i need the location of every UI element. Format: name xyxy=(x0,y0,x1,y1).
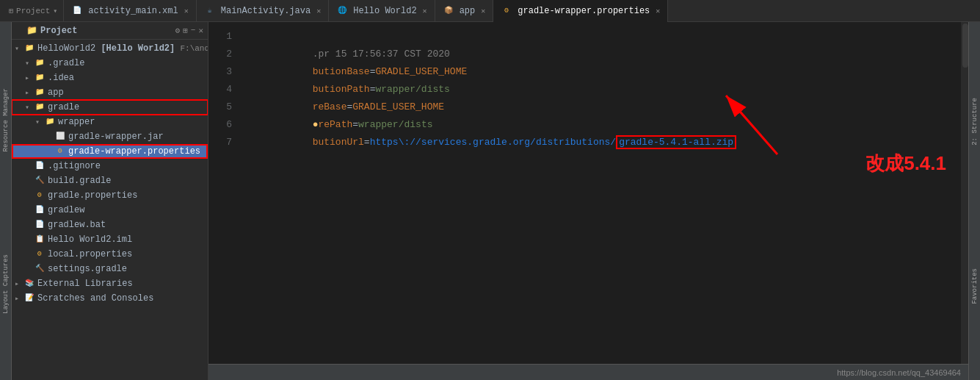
folder-icon-header: 📁 xyxy=(26,25,37,36)
arrow-app xyxy=(25,88,34,97)
folder-icon-wrapper: 📁 xyxy=(44,117,56,127)
properties-icon: ⚙ xyxy=(501,6,512,16)
tree-item-gradlew[interactable]: 📄 gradlew xyxy=(12,203,208,218)
xml-icon: 📄 xyxy=(71,6,83,16)
label-app: app xyxy=(48,87,64,98)
props-icon-local: ⚙ xyxy=(34,249,46,259)
tree-item-wrapper[interactable]: 📁 wrapper xyxy=(12,115,208,129)
panel-header-icons: ⚙ ⊞ − ✕ xyxy=(175,26,203,35)
folder-icon-helloworld2: 📁 xyxy=(23,43,35,54)
tree-item-build-gradle[interactable]: 🔨 build.gradle xyxy=(12,173,208,188)
code-line-1: .pr 15 17:56:37 CST 2020 xyxy=(244,28,955,46)
line-num-2: 2 xyxy=(208,46,232,63)
label-external-libs: External Libraries xyxy=(37,279,133,289)
tree-item-app[interactable]: 📁 app xyxy=(12,85,208,100)
tree-item-settings-gradle[interactable]: 🔨 settings.gradle xyxy=(12,262,208,276)
minimize-icon[interactable]: − xyxy=(191,26,196,35)
label-idea: .idea xyxy=(48,73,74,83)
line-num-4: 4 xyxy=(208,81,232,98)
tab-close-icon4[interactable]: ✕ xyxy=(481,7,485,15)
label-build-gradle: build.gradle xyxy=(48,176,111,186)
project-panel: 📁 Project ⚙ ⊞ − ✕ 📁 HelloWorld2 [Hello W… xyxy=(12,22,208,380)
tree-item-gradle-jar[interactable]: ⬜ gradle-wrapper.jar xyxy=(12,129,208,144)
label-dotgradle: .gradle xyxy=(48,58,84,68)
favorites-label[interactable]: Favorites xyxy=(971,268,979,304)
line3-key: butionPath xyxy=(313,84,370,95)
tab-app[interactable]: 📦 app ✕ xyxy=(435,0,494,22)
tree-item-helloworld-iml[interactable]: 📋 Hello World2.iml xyxy=(12,232,208,247)
tab-close-icon5[interactable]: ✕ xyxy=(656,7,660,15)
tab-close-icon3[interactable]: ✕ xyxy=(423,7,427,15)
tree-item-local-properties[interactable]: ⚙ local.properties xyxy=(12,247,208,262)
tree-item-gradle[interactable]: 📁 gradle xyxy=(12,100,208,115)
gradle-icon-settings: 🔨 xyxy=(34,264,46,274)
arrow-dotgradle xyxy=(25,59,34,68)
props-icon: ⚙ xyxy=(54,146,66,157)
code-editor[interactable]: .pr 15 17:56:37 CST 2020 butionBase=GRAD… xyxy=(238,22,961,364)
tab-gradle-wrapper[interactable]: ⚙ gradle-wrapper.properties ✕ xyxy=(493,0,668,22)
label-gradle-props: gradle-wrapper.properties xyxy=(68,146,200,157)
arrow-wrapper xyxy=(35,118,44,126)
java-icon: ☕ xyxy=(204,6,216,16)
tree-item-dotgradle[interactable]: 📁 .gradle xyxy=(12,56,208,71)
file-icon-gradlew-bat: 📄 xyxy=(34,220,46,230)
tab-project-toggle[interactable]: ⊞ Project ▾ xyxy=(3,0,64,22)
line4-key: reBase xyxy=(313,101,347,112)
label-scratches: Scratches and Consoles xyxy=(37,293,153,304)
tab-main-activity[interactable]: ☕ MainActivity.java ✕ xyxy=(197,0,329,22)
tree-item-gradle-properties[interactable]: ⚙ gradle.properties xyxy=(12,188,208,203)
structure-label[interactable]: 2: Structure xyxy=(971,98,979,146)
line3-val: wrapper/dists xyxy=(375,84,449,95)
file-tree: 📁 HelloWorld2 [Hello World2] F:\android\… xyxy=(12,40,208,380)
line6-eq: = xyxy=(364,137,370,148)
tree-item-idea[interactable]: 📁 .idea xyxy=(12,71,208,85)
label-settings-gradle: settings.gradle xyxy=(48,264,127,274)
props-icon-gradle: ⚙ xyxy=(34,190,46,201)
tree-item-gradlew-bat[interactable]: 📄 gradlew.bat xyxy=(12,218,208,232)
tree-item-gitignore[interactable]: 📄 .gitignore xyxy=(12,159,208,173)
tree-item-external-libs[interactable]: 📚 External Libraries xyxy=(12,276,208,291)
editor-panel: 1 2 3 4 5 6 7 .pr 15 17:56:37 CST 2020 xyxy=(208,22,968,380)
tab-main-activity-label: MainActivity.java xyxy=(221,6,311,16)
line6-key: butionUrl xyxy=(313,137,364,148)
arrow-external-libs xyxy=(15,279,23,288)
arrow-idea xyxy=(25,74,34,82)
label-wrapper: wrapper xyxy=(58,117,95,127)
tab-close-icon[interactable]: ✕ xyxy=(184,7,189,15)
right-side-labels: 2: Structure Favorites xyxy=(968,22,980,380)
scrollbar-thumb[interactable] xyxy=(962,24,968,68)
tree-item-gradle-props[interactable]: ⚙ gradle-wrapper.properties xyxy=(12,144,208,159)
gradle-icon-build: 🔨 xyxy=(34,176,46,186)
close-panel-icon[interactable]: ✕ xyxy=(198,26,203,35)
line-num-6: 6 xyxy=(208,116,232,134)
editor-content: 1 2 3 4 5 6 7 .pr 15 17:56:37 CST 2020 xyxy=(208,22,968,364)
annotation-text: 改成5.4.1 xyxy=(865,154,946,172)
tree-item-helloworld2[interactable]: 📁 HelloWorld2 [Hello World2] F:\android\… xyxy=(12,41,208,56)
folder-icon-gradle: 📁 xyxy=(34,102,46,112)
tab-activity-main[interactable]: 📄 activity_main.xml ✕ xyxy=(64,0,196,22)
line6-url-prefix: https\://services.gradle.org/distributio… xyxy=(370,137,616,148)
folder-icon-dotgradle: 📁 xyxy=(34,58,46,68)
expand-icon[interactable]: ⊞ xyxy=(183,26,188,35)
label-gradle-jar: gradle-wrapper.jar xyxy=(68,132,164,142)
tab-hello-world2[interactable]: 🌐 Hello World2 ✕ xyxy=(329,0,435,22)
libs-icon: 📚 xyxy=(23,279,35,289)
label-helloworld-iml: Hello World2.iml xyxy=(48,234,132,245)
iml-icon: 📋 xyxy=(34,234,46,245)
tab-close-icon2[interactable]: ✕ xyxy=(316,7,321,15)
settings-icon[interactable]: ⚙ xyxy=(175,26,181,35)
editor-scrollbar[interactable] xyxy=(961,22,968,364)
file-icon-gitignore: 📄 xyxy=(34,161,46,171)
arrow-scratches xyxy=(15,294,23,303)
label-gitignore: .gitignore xyxy=(48,161,101,171)
line-numbers: 1 2 3 4 5 6 7 xyxy=(208,22,238,364)
line-num-1: 1 xyxy=(208,28,232,46)
arrow-helloworld2 xyxy=(15,44,23,53)
label-gradlew-bat: gradlew.bat xyxy=(48,220,106,230)
tab-bar: ⊞ Project ▾ 📄 activity_main.xml ✕ ☕ Main… xyxy=(0,0,980,22)
folder-icon: 🌐 xyxy=(336,6,348,16)
label-gradlew: gradlew xyxy=(48,205,84,215)
tree-item-scratches[interactable]: 📝 Scratches and Consoles xyxy=(12,291,208,306)
layout-captures-label[interactable]: Layout Captures xyxy=(2,254,10,314)
resource-manager-label[interactable]: Resource Manager xyxy=(2,88,10,151)
